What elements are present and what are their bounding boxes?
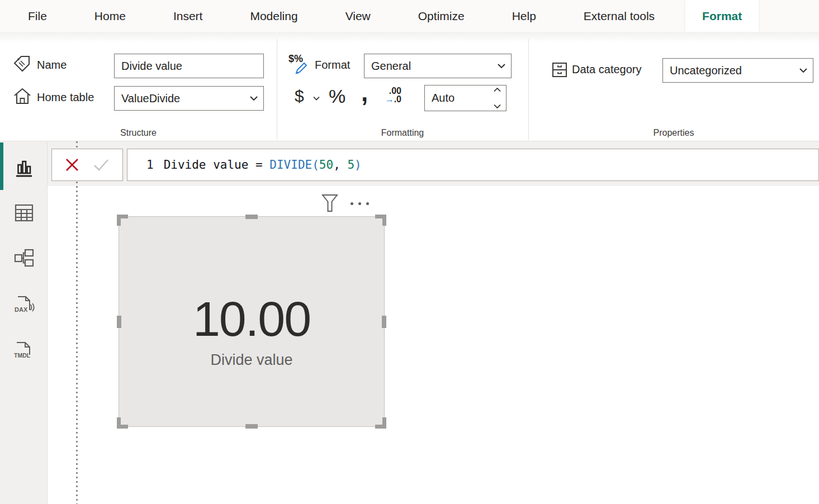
home-table-label: Home table bbox=[37, 91, 94, 104]
tmdl-view-icon: TMDL bbox=[12, 339, 36, 363]
chevron-down-icon bbox=[799, 68, 807, 73]
data-category-value: Uncategorized bbox=[670, 64, 742, 77]
currency-format-button[interactable]: $ bbox=[295, 87, 304, 106]
more-options-icon[interactable] bbox=[351, 202, 369, 205]
ribbon: Name Divide value Home table ValueDivide… bbox=[0, 32, 819, 141]
format-value: General bbox=[371, 60, 411, 73]
percent-format-button[interactable]: % bbox=[329, 85, 345, 107]
resize-handle[interactable] bbox=[375, 417, 386, 429]
sidebar-item-model-view[interactable] bbox=[0, 242, 48, 275]
tab-external-tools[interactable]: External tools bbox=[584, 0, 655, 32]
formula-actions bbox=[51, 149, 123, 181]
formula-line-number: 1 bbox=[146, 158, 154, 172]
dax-query-view-icon: DAX bbox=[12, 293, 36, 317]
resize-handle[interactable] bbox=[117, 316, 121, 328]
svg-text:DAX: DAX bbox=[15, 306, 28, 313]
formula-token: 50 bbox=[319, 158, 333, 172]
format-icon: $% bbox=[288, 53, 312, 75]
ribbon-separator bbox=[528, 39, 529, 140]
cancel-formula-icon[interactable] bbox=[65, 158, 79, 172]
card-label: Divide value bbox=[210, 351, 292, 369]
resize-handle[interactable] bbox=[117, 417, 128, 429]
decimal-places-icon[interactable]: .00 →.0 bbox=[378, 87, 401, 103]
formula-input[interactable]: 1Divide value = DIVIDE(50, 5) bbox=[127, 149, 819, 181]
resize-handle[interactable] bbox=[382, 316, 386, 328]
data-category-select[interactable]: Uncategorized bbox=[662, 58, 813, 83]
card-visual[interactable]: 10.00 Divide value bbox=[119, 216, 385, 427]
tab-file[interactable]: File bbox=[28, 0, 47, 32]
formula-token: Divide value = bbox=[164, 158, 270, 172]
tab-home[interactable]: Home bbox=[94, 0, 126, 32]
canvas-guide-line bbox=[76, 141, 78, 504]
powerbi-window: File Home Insert Modeling View Optimize … bbox=[0, 0, 819, 504]
spinner-up-icon[interactable] bbox=[494, 88, 501, 92]
commit-formula-icon[interactable] bbox=[93, 158, 110, 172]
card-value: 10.00 bbox=[193, 294, 310, 344]
tab-optimize[interactable]: Optimize bbox=[418, 0, 465, 32]
tab-format[interactable]: Format bbox=[685, 0, 759, 32]
home-table-value: ValueDivide bbox=[121, 92, 180, 105]
sidebar-item-table-view[interactable] bbox=[0, 196, 48, 230]
home-icon bbox=[13, 87, 32, 105]
home-table-select[interactable]: ValueDivide bbox=[114, 86, 264, 111]
currency-chevron-icon[interactable] bbox=[313, 96, 320, 101]
formula-token: 5 bbox=[347, 158, 354, 172]
tab-help[interactable]: Help bbox=[512, 0, 536, 32]
spinner-down-icon[interactable] bbox=[494, 104, 501, 108]
tag-icon bbox=[13, 54, 31, 72]
decimal-places-value: Auto bbox=[432, 92, 455, 104]
tab-insert[interactable]: Insert bbox=[173, 0, 203, 32]
measure-name-input[interactable]: Divide value bbox=[114, 54, 264, 78]
sidebar-item-report-view[interactable] bbox=[0, 151, 48, 185]
formatting-group-label: Formatting bbox=[277, 128, 528, 138]
model-view-icon bbox=[13, 248, 35, 270]
tab-view[interactable]: View bbox=[345, 0, 371, 32]
ribbon-separator bbox=[277, 39, 277, 140]
tab-modeling[interactable]: Modeling bbox=[250, 0, 297, 32]
resize-handle[interactable] bbox=[375, 215, 386, 226]
sidebar-item-tmdl-view[interactable]: TMDL bbox=[0, 334, 48, 368]
format-label: Format bbox=[315, 59, 350, 72]
properties-group-label: Properties bbox=[528, 128, 819, 138]
chevron-down-icon bbox=[250, 96, 258, 101]
resize-handle[interactable] bbox=[117, 215, 128, 226]
decimal-places-spinner[interactable]: Auto bbox=[424, 85, 506, 111]
filter-icon[interactable] bbox=[321, 194, 338, 213]
sidebar-item-dax-query-view[interactable]: DAX bbox=[0, 288, 48, 322]
data-category-label: Data category bbox=[572, 63, 642, 76]
svg-text:TMDL: TMDL bbox=[14, 352, 31, 359]
structure-group-label: Structure bbox=[0, 128, 277, 138]
menu-bar: File Home Insert Modeling View Optimize … bbox=[0, 0, 819, 32]
visual-header-toolbar bbox=[321, 192, 383, 215]
name-label: Name bbox=[37, 59, 67, 72]
formula-token: DIVIDE( bbox=[269, 158, 319, 172]
formula-token: , bbox=[333, 158, 347, 172]
report-view-icon bbox=[13, 158, 35, 179]
resize-handle[interactable] bbox=[245, 215, 258, 219]
view-switcher-sidebar: DAX TMDL bbox=[0, 141, 48, 504]
resize-handle[interactable] bbox=[245, 424, 258, 429]
formula-token: ) bbox=[354, 158, 362, 172]
data-category-icon bbox=[551, 61, 568, 78]
comma-format-button[interactable]: , bbox=[361, 79, 368, 107]
format-select[interactable]: General bbox=[364, 54, 512, 78]
chevron-down-icon bbox=[498, 64, 505, 69]
table-view-icon bbox=[13, 202, 35, 224]
